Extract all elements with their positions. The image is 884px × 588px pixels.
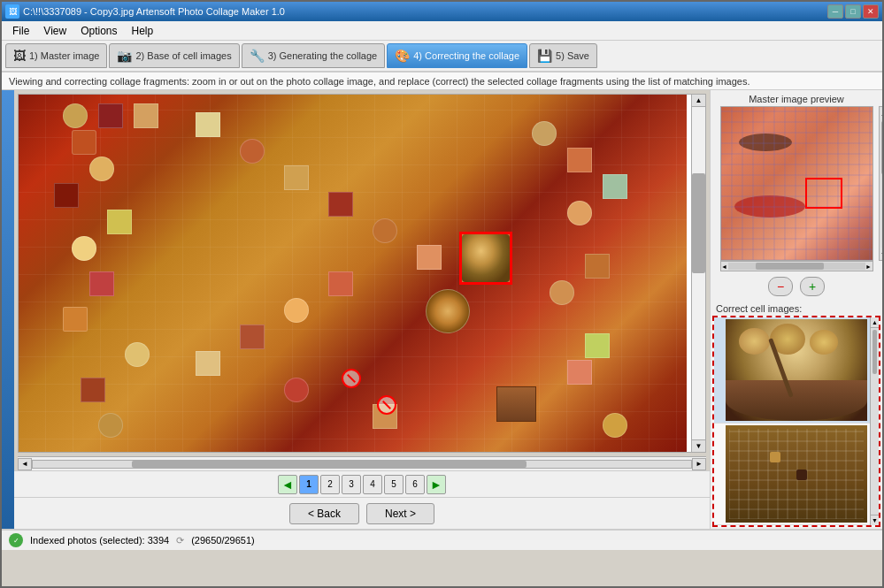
preview-scroll-down[interactable]: ▼ xyxy=(880,248,883,260)
cell-patch xyxy=(567,201,592,225)
zoom-out-button[interactable]: − xyxy=(768,277,793,296)
tab-generating[interactable]: 🔧 3) Generating the collage xyxy=(242,43,386,68)
close-button[interactable]: ✕ xyxy=(863,4,879,19)
scroll-up-button[interactable]: ▲ xyxy=(692,95,705,107)
h-scroll-thumb[interactable] xyxy=(132,461,527,468)
collage-viewport[interactable]: ▲ ▼ xyxy=(18,94,706,453)
zoom-in-button[interactable]: + xyxy=(800,277,825,296)
cell-patch xyxy=(63,307,88,332)
status-bar: ✓ Indexed photos (selected): 3394 ⟳ (296… xyxy=(2,529,882,550)
preview-section: Master image preview xyxy=(711,90,882,273)
selected-cell[interactable] xyxy=(459,232,512,285)
cell-patch xyxy=(603,174,627,199)
mosaic-bg xyxy=(19,95,687,452)
master-icon: 🖼 xyxy=(13,49,26,63)
piece xyxy=(770,452,780,462)
cell-patch xyxy=(567,360,592,385)
tab-save-label: 5) Save xyxy=(556,50,589,61)
cell-scroll-up[interactable]: ▲ xyxy=(871,317,879,328)
tab-correcting[interactable]: 🎨 4) Correcting the collage xyxy=(387,43,527,68)
tab-master-label: 1) Master image xyxy=(29,50,99,61)
cell-patch xyxy=(89,271,114,296)
cell-patch xyxy=(284,298,309,323)
next-page-button[interactable]: ► xyxy=(427,475,446,494)
scroll-track xyxy=(692,107,705,439)
cell-patch xyxy=(72,130,96,155)
cell-scroll-down[interactable]: ▼ xyxy=(871,515,879,525)
menu-help[interactable]: Help xyxy=(125,23,161,39)
cell-patch xyxy=(585,254,610,279)
cell-patch xyxy=(585,333,610,358)
menu-file[interactable]: File xyxy=(5,23,36,39)
piece xyxy=(796,470,807,480)
scroll-left-button[interactable]: ◄ xyxy=(18,458,32,470)
menu-options[interactable]: Options xyxy=(73,23,124,39)
cell-patch xyxy=(72,236,96,261)
menu-bar: File View Options Help xyxy=(2,21,882,41)
collage-v-scrollbar[interactable]: ▲ ▼ xyxy=(691,95,705,452)
scroll-down-button[interactable]: ▼ xyxy=(692,439,705,452)
mosaic-container xyxy=(19,95,687,452)
board-bg xyxy=(726,425,867,523)
indexed-photos-label: Indexed photos (selected): 3394 xyxy=(30,535,169,546)
tab-save[interactable]: 💾 5) Save xyxy=(529,43,597,68)
preview-v-scrollbar[interactable]: ▲ ▼ xyxy=(879,106,883,261)
main-area: ▲ ▼ ◄ ► ◄ 1 2 3 4 xyxy=(14,90,710,529)
cell-scroll-thumb[interactable] xyxy=(872,330,877,374)
page-5-button[interactable]: 5 xyxy=(384,475,404,494)
tab-correcting-label: 4) Correcting the collage xyxy=(413,50,519,61)
cell-box-object xyxy=(496,386,536,422)
app-window: 🖼 C:\!!\3337089 - Copy3.jpg Artensoft Ph… xyxy=(0,0,884,588)
cell-list-scrollbar[interactable]: ▲ ▼ xyxy=(870,317,879,525)
scroll-thumb[interactable] xyxy=(692,173,705,273)
left-sidebar xyxy=(2,90,14,529)
page-1-button[interactable]: 1 xyxy=(299,475,319,494)
save-icon: 💾 xyxy=(537,49,552,63)
preview-h-scroll-left[interactable]: ◄ xyxy=(721,262,728,271)
cell-patch xyxy=(373,218,397,243)
cell-image-item-2[interactable] xyxy=(714,424,879,525)
h-scroll-track xyxy=(32,460,692,469)
preview-h-thumb[interactable] xyxy=(756,263,825,270)
cell-patch xyxy=(328,271,353,296)
tab-master-image[interactable]: 🖼 1) Master image xyxy=(5,43,107,68)
page-6-button[interactable]: 6 xyxy=(405,475,425,494)
correcting-icon: 🎨 xyxy=(395,49,410,63)
preview-h-scroll-right[interactable]: ► xyxy=(865,262,872,271)
preview-scroll-up[interactable]: ▲ xyxy=(880,107,883,119)
status-hint: Viewing and correcting collage fragments… xyxy=(2,73,882,90)
minimize-button[interactable]: ─ xyxy=(827,4,843,19)
cell-image-item-1[interactable] xyxy=(714,317,879,424)
cell-patch xyxy=(240,325,265,349)
page-3-button[interactable]: 3 xyxy=(342,475,361,494)
next-button[interactable]: Next > xyxy=(366,503,434,524)
page-4-button[interactable]: 4 xyxy=(363,475,382,494)
app-icon: 🖼 xyxy=(5,4,19,19)
progress-spinner: ⟳ xyxy=(176,535,184,546)
page-2-button[interactable]: 2 xyxy=(320,475,340,494)
scroll-right-button[interactable]: ► xyxy=(692,458,706,470)
cell-patch xyxy=(98,103,123,128)
preview-h-scrollbar[interactable]: ◄ ► xyxy=(720,261,873,271)
back-button[interactable]: < Back xyxy=(289,503,359,524)
right-panel: Master image preview xyxy=(710,90,882,529)
page-navigation: ◄ 1 2 3 4 5 6 ► xyxy=(14,470,710,497)
menu-view[interactable]: View xyxy=(36,23,73,39)
cell-patch xyxy=(567,148,592,172)
bread-bg xyxy=(726,319,867,421)
cell-patch xyxy=(54,183,79,208)
tab-base-label: 2) Base of cell images xyxy=(135,50,231,61)
title-bar-buttons: ─ □ ✕ xyxy=(827,4,879,19)
cell-patch xyxy=(125,342,150,367)
cell-images-list[interactable]: ▲ ▼ xyxy=(712,316,880,527)
maximize-button[interactable]: □ xyxy=(845,4,861,19)
tab-base-cell[interactable]: 📷 2) Base of cell images xyxy=(109,43,239,68)
toolbar: 🖼 1) Master image 📷 2) Base of cell imag… xyxy=(2,41,882,73)
cell-patch xyxy=(134,103,158,128)
prev-page-button[interactable]: ◄ xyxy=(278,475,297,494)
preview-title: Master image preview xyxy=(712,92,880,106)
preview-scroll-thumb[interactable] xyxy=(881,121,883,174)
cancel-icon xyxy=(342,369,361,388)
zoom-controls: − + xyxy=(711,273,882,300)
preview-box xyxy=(720,106,873,261)
